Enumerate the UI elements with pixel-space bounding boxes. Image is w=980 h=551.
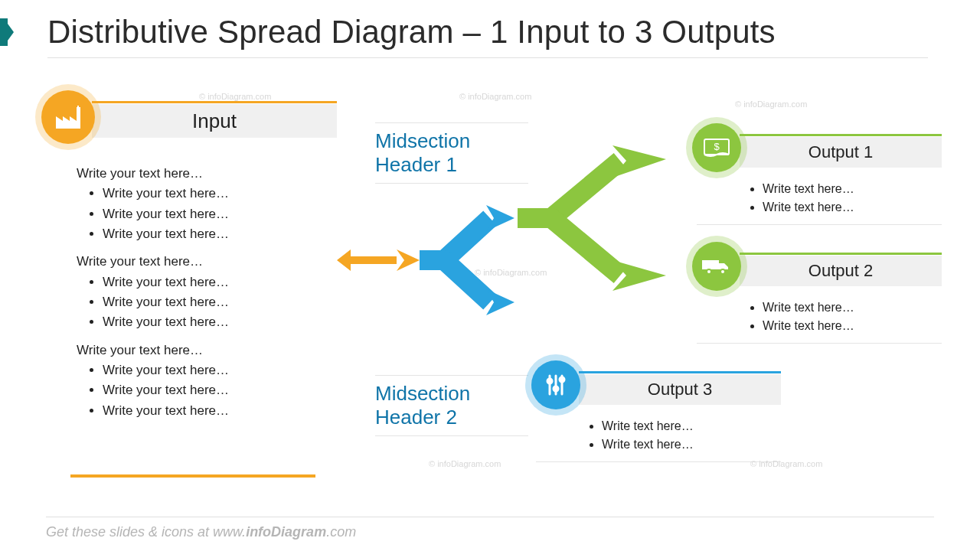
input-body: Write your text here… Write your text he… — [77, 164, 337, 421]
accent-marker — [0, 18, 14, 46]
slide-title: Distributive Spread Diagram – 1 Input to… — [47, 14, 776, 51]
svg-text:$: $ — [714, 141, 720, 152]
input-block: Input Write your text here… Write your t… — [46, 99, 337, 421]
output-3: Output 3 Write text here… Write text her… — [536, 371, 781, 462]
input-accent-bar — [92, 101, 337, 103]
watermark: © infoDiagram.com — [429, 459, 501, 468]
output-list: Write text here… Write text here… — [763, 298, 942, 335]
footer-attribution: Get these slides & icons at www.infoDiag… — [46, 524, 356, 540]
output-accent-bar — [740, 253, 942, 255]
arrow-green-split — [518, 161, 620, 276]
list-item: Write text here… — [602, 435, 781, 454]
output-list: Write text here… Write text here… — [763, 180, 942, 217]
svg-marker-4 — [612, 260, 666, 291]
output-accent-bar — [579, 371, 781, 373]
watermark: © infoDiagram.com — [459, 92, 531, 101]
output-label: Output 2 — [740, 256, 942, 286]
svg-marker-0 — [397, 249, 420, 271]
output-divider — [697, 224, 942, 225]
list-item: Write your text here… — [103, 401, 337, 421]
arrow-input — [337, 249, 420, 271]
input-list: Write your text here… Write your text he… — [103, 184, 337, 244]
footer-suffix: .com — [326, 524, 356, 540]
output-list: Write text here… Write text here… — [602, 417, 781, 454]
list-item: Write text here… — [763, 198, 942, 217]
footer-divider — [46, 517, 934, 517]
input-list: Write your text here… Write your text he… — [103, 360, 337, 421]
output-header: Output 1 $ — [697, 134, 942, 172]
input-list: Write your text here… Write your text he… — [103, 272, 337, 333]
input-lead: Write your text here… — [77, 341, 337, 360]
list-item: Write text here… — [602, 417, 781, 435]
svg-point-15 — [560, 377, 564, 382]
output-divider — [536, 461, 781, 462]
output-header: Output 2 — [697, 253, 942, 291]
list-item: Write your text here… — [103, 292, 337, 312]
output-label: Output 3 — [579, 374, 781, 405]
list-item: Write your text here… — [103, 272, 337, 292]
output-2: Output 2 Write text here… Write text her… — [697, 253, 942, 344]
arrow-blue-split — [420, 218, 490, 302]
output-divider — [697, 343, 942, 344]
money-icon: $ — [692, 123, 741, 172]
list-item: Write your text here… — [103, 184, 337, 204]
input-lead: Write your text here… — [77, 252, 337, 272]
list-item: Write your text here… — [103, 360, 337, 380]
truck-icon — [692, 242, 741, 291]
svg-point-8 — [707, 269, 711, 274]
list-item: Write your text here… — [103, 380, 337, 400]
svg-point-9 — [720, 269, 725, 274]
list-item: Write text here… — [763, 317, 942, 335]
list-item: Write text here… — [763, 180, 942, 198]
input-bottom-rule — [70, 474, 315, 478]
svg-point-13 — [554, 386, 558, 391]
sliders-icon — [531, 360, 580, 409]
list-item: Write your text here… — [103, 204, 337, 224]
input-header: Input — [46, 99, 337, 144]
list-item: Write your text here… — [103, 312, 337, 332]
output-accent-bar — [740, 134, 942, 136]
svg-marker-2 — [486, 289, 514, 315]
factory-icon — [41, 90, 95, 144]
list-item: Write text here… — [763, 298, 942, 317]
svg-point-11 — [547, 379, 552, 383]
title-underline — [47, 57, 928, 58]
flow-arrows — [337, 130, 697, 390]
watermark: © infoDiagram.com — [735, 99, 807, 109]
input-label: Input — [92, 104, 337, 138]
slide: Distributive Spread Diagram – 1 Input to… — [0, 0, 980, 551]
output-label: Output 1 — [740, 137, 942, 168]
svg-marker-1 — [486, 205, 514, 231]
footer-brand: infoDiagram — [246, 524, 326, 540]
footer-prefix: Get these slides & icons at www. — [46, 524, 246, 540]
input-lead: Write your text here… — [77, 164, 337, 184]
svg-rect-7 — [702, 260, 719, 269]
output-header: Output 3 — [536, 371, 781, 409]
output-1: Output 1 $ Write text here… Write text h… — [697, 134, 942, 225]
list-item: Write your text here… — [103, 224, 337, 244]
